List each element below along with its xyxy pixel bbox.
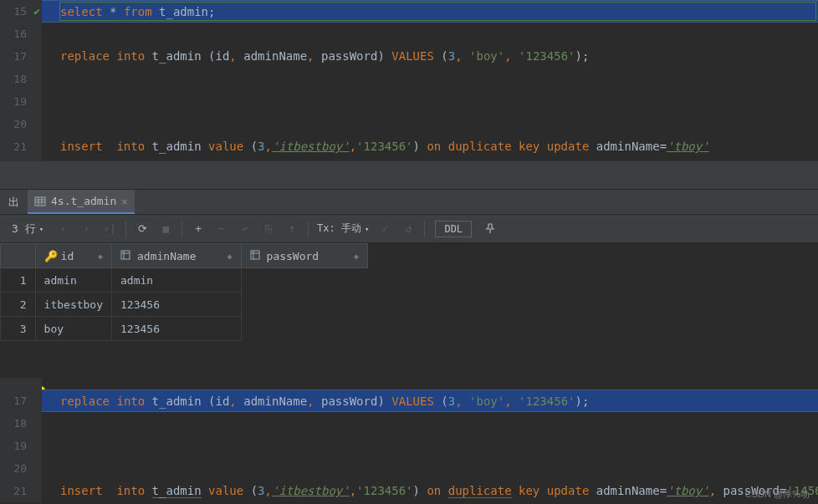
table-icon <box>34 196 46 207</box>
line-number: 17 <box>13 395 27 407</box>
results-table: 🔑id◆ adminName◆ passWord◆ 1 1 admin admi… <box>0 243 368 341</box>
svg-rect-5 <box>121 251 130 259</box>
line-number: 15 <box>13 5 27 18</box>
prev-page-button[interactable]: ‹ <box>52 218 74 240</box>
tab-output[interactable]: 出 <box>0 190 28 214</box>
line-number: 19 <box>13 95 27 108</box>
sort-icon: ◆ <box>354 252 359 261</box>
line-number: 20 <box>13 462 27 475</box>
tx-mode[interactable]: Tx: 手动 ▾ <box>314 221 372 236</box>
reload-button[interactable]: ⟳ <box>131 218 153 240</box>
cell-password[interactable]: 123456 <box>112 317 242 341</box>
code-line-b21[interactable]: insert into t_admin value (3,'itbestboy'… <box>42 480 818 502</box>
tab-label: 4s.t_admin <box>51 195 116 207</box>
line-number: 16 <box>13 28 27 40</box>
line-number: 18 <box>13 417 27 430</box>
cell-adminname[interactable]: boy <box>35 317 111 341</box>
code-line-18[interactable] <box>42 68 818 90</box>
svg-rect-8 <box>251 251 259 259</box>
checkmark-icon: ✔ <box>33 0 40 23</box>
rownum-header[interactable] <box>1 244 36 268</box>
clone-row-button[interactable]: ⎘ <box>258 218 279 240</box>
editor-top: 15✔ 16 17 18 19 20 21 select * from t_ad… <box>0 0 818 160</box>
ddl-button[interactable]: DDL <box>435 221 472 237</box>
rollback-button[interactable]: ↺ <box>397 218 419 240</box>
line-number: 21 <box>13 485 27 497</box>
column-icon <box>250 250 262 262</box>
tab-table-active[interactable]: 4s.t_admin ✕ <box>28 190 135 214</box>
next-page-button[interactable]: › <box>75 218 97 240</box>
last-page-button[interactable]: ›| <box>99 218 120 240</box>
stop-button[interactable]: ■ <box>155 218 176 240</box>
editor-bottom-overlay: 17 18 19 20 21 💡 replace into t_admin (i… <box>0 378 818 503</box>
revert-button[interactable]: ↶ <box>234 218 256 240</box>
code-line-17[interactable]: replace into t_admin (id, adminName, pas… <box>42 45 818 68</box>
chevron-down-icon: ▾ <box>365 225 369 233</box>
cell-password[interactable]: 123456 <box>112 293 242 317</box>
row-number: 1 <box>1 268 36 293</box>
pane-divider[interactable] <box>0 160 818 190</box>
column-icon <box>120 250 132 262</box>
code-line-19[interactable] <box>42 90 818 113</box>
svg-rect-0 <box>35 197 45 206</box>
code-line-20[interactable] <box>42 113 818 135</box>
sort-icon: ◆ <box>98 252 103 261</box>
submit-button[interactable]: ↑ <box>281 218 303 240</box>
results-tabs: 出 4s.t_admin ✕ <box>0 190 818 215</box>
code-line-b18[interactable] <box>42 412 818 435</box>
col-header-adminname[interactable]: adminName◆ <box>112 244 242 268</box>
table-row[interactable]: 3 3 boy 123456 <box>1 317 368 341</box>
line-number: 21 <box>13 140 27 153</box>
code-top[interactable]: select * from t_admin; replace into t_ad… <box>42 0 818 160</box>
code-line-16[interactable] <box>42 23 818 45</box>
code-line-21[interactable]: insert into t_admin value (3,'itbestboy'… <box>42 135 818 158</box>
cell-adminname[interactable]: itbestboy <box>35 293 111 317</box>
commit-button[interactable]: ✓ <box>374 218 396 240</box>
row-number: 2 <box>1 293 36 317</box>
delete-row-button[interactable]: − <box>211 218 233 240</box>
code-line-b19[interactable] <box>42 435 818 457</box>
close-icon[interactable]: ✕ <box>121 196 127 207</box>
add-row-button[interactable]: + <box>187 218 209 240</box>
code-line-b17[interactable]: replace into t_admin (id, adminName, pas… <box>42 389 818 412</box>
line-number: 17 <box>13 50 27 63</box>
line-number: 20 <box>13 118 27 130</box>
code-bottom[interactable]: 💡 replace into t_admin (id, adminName, p… <box>42 378 818 503</box>
table-row[interactable]: 2 2 itbestboy 123456 <box>1 293 368 317</box>
row-count[interactable]: 3 行 ▾ <box>5 221 50 237</box>
col-header-password[interactable]: passWord◆ <box>241 244 367 268</box>
results-toolbar: 3 行 ▾ ‹ › ›| ⟳ ■ + − ↶ ⎘ ↑ Tx: 手动 ▾ ✓ ↺ … <box>0 215 818 243</box>
col-header-id[interactable]: 🔑id◆ <box>35 244 111 268</box>
watermark: CSDN @悸%动 <box>745 488 810 501</box>
code-line-15[interactable]: select * from t_admin; <box>42 0 818 23</box>
line-number: 18 <box>13 73 27 85</box>
sort-icon: ◆ <box>228 252 233 261</box>
gutter-bottom: 17 18 19 20 21 <box>0 378 42 503</box>
key-icon: 🔑 <box>44 250 56 262</box>
chevron-down-icon: ▾ <box>39 225 43 233</box>
code-line-b20[interactable] <box>42 457 818 480</box>
line-number: 19 <box>13 440 27 452</box>
cell-adminname[interactable]: admin <box>35 268 111 293</box>
pin-button[interactable] <box>478 218 500 240</box>
row-number: 3 <box>1 317 36 341</box>
gutter-top: 15✔ 16 17 18 19 20 21 <box>0 0 42 160</box>
cell-password[interactable]: admin <box>112 268 242 293</box>
table-row[interactable]: 1 1 admin admin <box>1 268 368 293</box>
